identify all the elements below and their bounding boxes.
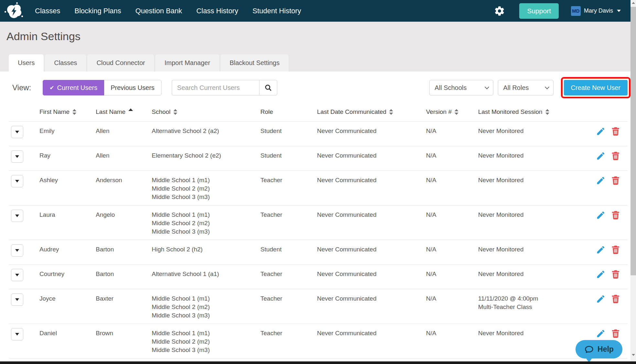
cell-line: 11/11/2020 @ 4:00pm xyxy=(478,294,589,303)
nav-item-classes[interactable]: Classes xyxy=(35,7,60,15)
column-header-first-name[interactable]: First Name xyxy=(39,108,96,116)
tab-users[interactable]: Users xyxy=(9,54,44,72)
row-expander-button[interactable] xyxy=(11,244,23,257)
cell-line: Never Monitored xyxy=(478,329,589,337)
help-button[interactable]: Help xyxy=(576,340,622,358)
tab-blackout-settings[interactable]: Blackout Settings xyxy=(221,54,289,72)
user-menu[interactable]: MD Mary Davis xyxy=(571,6,621,16)
delete-user-button[interactable] xyxy=(611,151,620,161)
edit-user-button[interactable] xyxy=(596,270,606,279)
search-group xyxy=(172,80,277,95)
cell-last-name: Anderson xyxy=(96,175,152,201)
nav-item-blocking-plans[interactable]: Blocking Plans xyxy=(74,7,121,15)
create-new-user-button[interactable]: Create New User xyxy=(564,80,628,95)
pencil-icon xyxy=(596,210,606,220)
support-button[interactable]: Support xyxy=(519,3,559,19)
edit-user-button[interactable] xyxy=(596,176,606,185)
cell-version: N/A xyxy=(426,269,478,285)
delete-user-button[interactable] xyxy=(611,329,620,338)
cell-line: Middle School 3 (m3) xyxy=(152,193,260,201)
cell-version: N/A xyxy=(426,328,478,354)
previous-users-toggle[interactable]: Previous Users xyxy=(104,80,161,95)
cell-last-name: Allen xyxy=(96,150,152,167)
scrollbar-down-arrow[interactable] xyxy=(631,352,636,358)
sort-both-icon xyxy=(72,109,76,115)
trash-icon xyxy=(611,329,620,338)
nav-item-question-bank[interactable]: Question Bank xyxy=(136,7,182,15)
row-expander-button[interactable] xyxy=(11,150,23,163)
delete-user-button[interactable] xyxy=(611,127,620,136)
edit-user-button[interactable] xyxy=(596,151,606,161)
row-expander-button[interactable] xyxy=(11,175,23,187)
nav-item-class-history[interactable]: Class History xyxy=(196,7,238,15)
nav-item-student-history[interactable]: Student History xyxy=(252,7,301,15)
sort-both-icon xyxy=(173,109,177,115)
cell-expander xyxy=(9,328,39,354)
app-logo[interactable] xyxy=(5,3,25,19)
search-input[interactable] xyxy=(172,80,259,95)
cell-school: Middle School 1 (m1)Middle School 2 (m2)… xyxy=(152,210,260,236)
cell-school: Alternative School 2 (a2) xyxy=(152,126,260,142)
delete-user-button[interactable] xyxy=(611,270,620,279)
column-header-last-date-communicated[interactable]: Last Date Communicated xyxy=(317,108,426,116)
column-header-version-[interactable]: Version # xyxy=(426,108,478,116)
cell-role: Teacher xyxy=(260,293,317,320)
column-header-last-monitored-session[interactable]: Last Monitored Session xyxy=(478,108,589,116)
edit-user-button[interactable] xyxy=(596,294,606,304)
cell-first-name: Laura xyxy=(39,210,96,236)
school-filter-select[interactable]: All Schools xyxy=(429,80,493,95)
chevron-down-icon xyxy=(617,10,621,12)
cell-school: Middle School 1 (m1)Middle School 2 (m2)… xyxy=(152,293,260,320)
vertical-scrollbar[interactable] xyxy=(631,0,636,364)
cell-line: Never Monitored xyxy=(478,245,589,254)
cell-line: Middle School 3 (m3) xyxy=(152,346,260,354)
table-row: Audrey Barton High School 2 (h2) Student… xyxy=(9,240,628,264)
cell-last-date-communicated: Never Communicated xyxy=(317,328,426,354)
pencil-icon xyxy=(596,151,606,161)
row-expander-button[interactable] xyxy=(11,269,23,281)
delete-user-button[interactable] xyxy=(611,245,620,255)
cell-school: Elementary School 2 (e2) xyxy=(152,150,260,167)
cell-expander xyxy=(9,150,39,167)
role-filter-select[interactable]: All Roles xyxy=(498,80,554,95)
sort-both-icon xyxy=(389,109,393,115)
cell-actions xyxy=(589,126,628,142)
row-expander-button[interactable] xyxy=(11,293,23,306)
caret-down-icon xyxy=(15,298,19,301)
scrollbar-thumb[interactable] xyxy=(631,7,636,275)
tab-classes[interactable]: Classes xyxy=(45,54,86,72)
cell-expander xyxy=(9,210,39,236)
delete-user-button[interactable] xyxy=(611,210,620,220)
edit-user-button[interactable] xyxy=(596,127,606,136)
chevron-down-icon xyxy=(485,85,489,89)
cell-line: Middle School 1 (m1) xyxy=(152,329,260,337)
user-name: Mary Davis xyxy=(584,7,613,14)
cell-last-monitored-session: Never Monitored xyxy=(478,175,589,201)
cell-last-date-communicated: Never Communicated xyxy=(317,175,426,201)
cell-line: Never Monitored xyxy=(478,127,589,135)
scrollbar-up-arrow[interactable] xyxy=(631,0,636,6)
edit-user-button[interactable] xyxy=(596,329,606,338)
current-users-toggle[interactable]: ✔ Current Users xyxy=(43,80,104,95)
column-header-school[interactable]: School xyxy=(152,108,260,116)
delete-user-button[interactable] xyxy=(611,294,620,304)
row-expander-button[interactable] xyxy=(11,210,23,222)
delete-user-button[interactable] xyxy=(611,176,620,185)
tab-import-manager[interactable]: Import Manager xyxy=(155,54,219,72)
edit-user-button[interactable] xyxy=(596,245,606,255)
search-button[interactable] xyxy=(259,80,277,95)
trash-icon xyxy=(611,245,620,255)
cell-line: Never Monitored xyxy=(478,151,589,160)
logo-dot xyxy=(16,2,18,4)
trash-icon xyxy=(611,270,620,279)
column-header-last-name[interactable]: Last Name xyxy=(96,108,152,116)
caret-down-icon xyxy=(15,274,19,276)
row-expander-button[interactable] xyxy=(11,328,23,340)
settings-gear-button[interactable] xyxy=(494,6,505,17)
cell-last-name: Baxter xyxy=(96,293,152,320)
row-expander-button[interactable] xyxy=(11,126,23,138)
cell-actions xyxy=(589,150,628,167)
tab-cloud-connector[interactable]: Cloud Connector xyxy=(87,54,154,72)
edit-user-button[interactable] xyxy=(596,210,606,220)
table-row: Courtney Barton Alternative School 1 (a1… xyxy=(9,264,628,289)
